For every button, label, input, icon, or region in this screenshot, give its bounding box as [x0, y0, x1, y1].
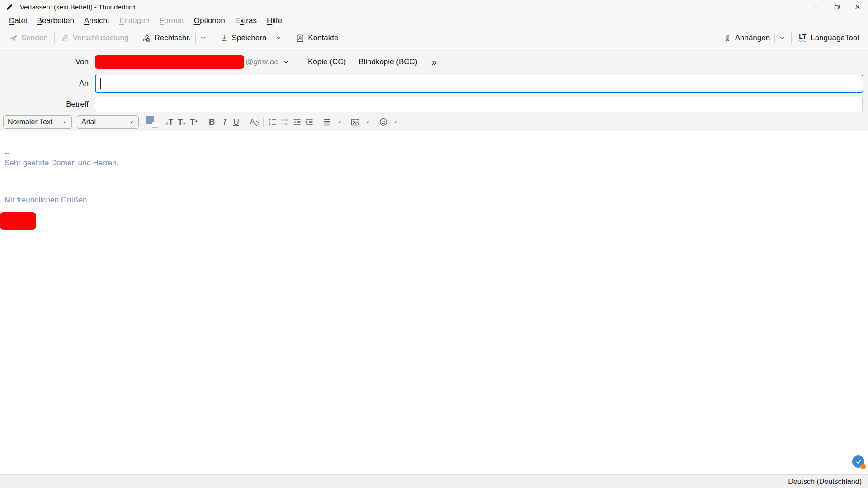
background-color-swatch: [152, 122, 158, 128]
italic-icon: I: [222, 117, 226, 127]
languagetool-button[interactable]: LT LanguageTool: [794, 31, 863, 45]
attach-dropdown[interactable]: [776, 32, 788, 44]
format-separator: [318, 117, 318, 127]
from-domain: @gmx.de: [245, 57, 278, 66]
spellcheck-dropdown[interactable]: [197, 32, 209, 44]
more-recipients-button[interactable]: »: [428, 56, 440, 67]
compose-toolbar: Senden Verschlüsselung Rechtschr. Speich…: [0, 28, 868, 48]
indent-button[interactable]: [303, 115, 315, 129]
subject-input[interactable]: [95, 97, 862, 112]
smiley-dropdown[interactable]: [389, 117, 401, 128]
status-bar: Deutsch (Deutschland): [0, 474, 868, 488]
chevron-down-icon: [392, 119, 398, 125]
alignment-button[interactable]: [321, 115, 333, 129]
languagetool-status-badge[interactable]: [852, 455, 864, 468]
subject-label: Betreff: [0, 100, 95, 109]
smiley-icon: [379, 117, 388, 127]
numbered-list-button[interactable]: 12: [278, 115, 291, 129]
to-field-wrapper: [95, 75, 863, 93]
remove-format-button[interactable]: A: [248, 115, 260, 129]
menu-bearbeiten[interactable]: Bearbeiten: [32, 14, 79, 27]
text-color-picker[interactable]: [145, 116, 159, 128]
alignment-dropdown[interactable]: [333, 117, 345, 128]
font-family-select[interactable]: Arial: [77, 115, 139, 129]
bullet-list-icon: [268, 117, 277, 127]
cc-button[interactable]: Kopie (CC): [303, 55, 350, 69]
underline-button[interactable]: U: [230, 115, 242, 129]
signature-greeting: Sehr geehrte Damen und Herren,: [5, 159, 868, 169]
italic-button[interactable]: I: [218, 115, 230, 129]
signature-delimiter: --: [5, 149, 868, 159]
window-controls: [806, 0, 868, 14]
increase-size-button[interactable]: T▴: [188, 115, 200, 129]
menu-datei[interactable]: Datei: [4, 14, 32, 27]
language-selector[interactable]: Deutsch (Deutschland): [788, 478, 862, 486]
bold-button[interactable]: B: [206, 115, 218, 129]
from-label: Von: [0, 57, 95, 66]
image-icon: [350, 117, 360, 127]
menu-optionen[interactable]: Optionen: [189, 14, 230, 27]
compose-pencil-icon: [6, 3, 14, 11]
redacted-from-address: [95, 55, 244, 69]
bullet-list-button[interactable]: [266, 115, 278, 129]
increase-size-icon: T▴: [190, 118, 198, 126]
menu-hilfe[interactable]: Hilfe: [262, 14, 287, 27]
close-button[interactable]: [847, 0, 868, 14]
menu-einfuegen: Einfügen: [114, 14, 155, 27]
restore-button[interactable]: [826, 0, 847, 14]
font-size-icon: TT: [165, 118, 173, 126]
svg-text:1: 1: [281, 118, 283, 122]
indent-icon: [305, 117, 314, 127]
paragraph-style-select[interactable]: Normaler Text: [3, 115, 72, 129]
minimize-button[interactable]: [806, 0, 826, 14]
decrease-size-button[interactable]: T▾: [175, 115, 188, 129]
bcc-button[interactable]: Blindkopie (BCC): [354, 55, 422, 69]
check-icon: [855, 459, 862, 465]
to-row: An: [0, 74, 868, 93]
split-divider: [774, 33, 775, 43]
toolbar-separator: [54, 32, 55, 44]
svg-text:2: 2: [281, 122, 283, 126]
underline-icon: U: [233, 117, 239, 127]
save-button[interactable]: Speichern: [217, 31, 270, 45]
numbered-list-icon: 12: [280, 117, 289, 127]
to-label: An: [0, 79, 95, 88]
addressing-area: Von @gmx.de Kopie (CC) Blindkopie (BCC) …: [0, 49, 868, 113]
spellcheck-pen-icon: [142, 34, 151, 42]
insert-image-dropdown[interactable]: [361, 117, 373, 128]
contacts-button[interactable]: Kontakte: [292, 31, 342, 45]
attach-button[interactable]: Anhängen: [720, 31, 774, 45]
signature-closing: Mit freundlichen Grüßen: [5, 196, 868, 206]
menu-ansicht[interactable]: Ansicht: [79, 14, 114, 27]
menu-bar: Datei Bearbeiten Ansicht Einfügen Format…: [0, 14, 868, 28]
format-separator: [263, 117, 264, 127]
encryption-button: Verschlüsselung: [57, 31, 132, 45]
title-bar: Verfassen: (kein Betreff) - Thunderbird: [0, 0, 868, 14]
bold-icon: B: [209, 117, 215, 127]
split-divider: [195, 33, 196, 43]
smiley-button[interactable]: [377, 115, 389, 129]
menu-extras[interactable]: Extras: [230, 14, 262, 27]
from-identity-dropdown[interactable]: [283, 59, 289, 66]
insert-image-button[interactable]: [349, 115, 361, 129]
to-input[interactable]: [96, 75, 863, 92]
subject-field-wrapper: [95, 97, 863, 112]
chevron-down-icon: [336, 119, 342, 125]
format-separator: [245, 117, 245, 127]
formatting-toolbar: Normaler Text Arial TT T▾ T▴ B I U A 12: [0, 113, 868, 131]
from-row: Von @gmx.de Kopie (CC) Blindkopie (BCC) …: [0, 54, 868, 70]
align-justify-icon: [323, 117, 332, 127]
save-icon: [220, 34, 228, 42]
chevron-down-icon: [61, 119, 67, 125]
text-caret: [100, 78, 101, 89]
outdent-button[interactable]: [291, 115, 303, 129]
spellcheck-button[interactable]: Rechtschr.: [138, 31, 194, 45]
message-body[interactable]: -- Sehr geehrte Damen und Herren, Mit fr…: [0, 132, 868, 474]
font-size-button[interactable]: TT: [163, 115, 175, 129]
save-dropdown[interactable]: [272, 32, 285, 44]
format-separator: [203, 117, 203, 127]
split-divider: [271, 33, 271, 43]
address-separator: [297, 57, 297, 67]
menu-format: Format: [155, 14, 189, 27]
redacted-signature-name: [0, 212, 36, 230]
